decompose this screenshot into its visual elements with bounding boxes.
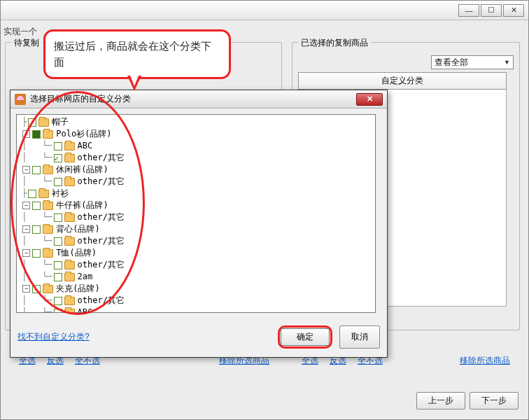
tree-node[interactable]: │ └─2am [17,271,375,283]
help-link[interactable]: 找不到自定义分类? [17,331,90,343]
ok-highlight: 确定 [278,326,332,349]
folder-icon [43,166,53,174]
annotation-callout-tail-inner [130,76,139,86]
right-remove-link[interactable]: 移除所选商品 [460,355,510,367]
checkbox[interactable] [54,261,62,270]
tree-node-label: other/其它 [77,259,125,271]
checkbox[interactable] [28,190,36,198]
tree-node[interactable]: │ └─other/其它 [17,152,375,164]
folder-icon [43,130,53,139]
minimize-button[interactable]: — [458,4,479,17]
tree-node-label: other/其它 [77,235,125,247]
checkbox[interactable] [28,118,36,127]
tree-node[interactable]: −背心(品牌) [17,223,375,235]
modal-title-bar: 选择目标网店的自定义分类 ✕ [10,90,387,108]
tree-node[interactable]: −Polo衫(品牌) [17,128,375,140]
cancel-button[interactable]: 取消 [339,326,380,349]
modal-title-text: 选择目标网店的自定义分类 [30,93,131,105]
tree-node[interactable]: ├帽子 [17,116,375,128]
tree-node-label: 牛仔裤(品牌) [55,200,108,211]
annotation-callout: 搬运过后，商品就会在这个分类下面 [43,29,231,79]
tree-node-label: 休闲裤(品牌) [55,164,108,176]
checkbox[interactable] [54,154,62,162]
checkbox[interactable] [54,237,62,246]
collapse-icon[interactable]: − [22,249,30,257]
collapse-icon[interactable]: − [22,285,30,293]
folder-icon [38,190,49,198]
window-close-button[interactable]: ✕ [503,4,524,17]
view-filter-value: 查看全部 [435,57,468,69]
title-bar: — ☐ ✕ [1,1,528,20]
modal-close-button[interactable]: ✕ [356,93,383,106]
collapse-icon[interactable]: − [22,166,30,174]
prev-button[interactable]: 上一步 [416,392,465,410]
tree-node[interactable]: │ └─other/其它 [17,259,375,271]
tree-node[interactable]: │ └─other/其它 [17,295,375,307]
folder-icon [64,237,75,246]
tree-node-label: 夹克(品牌) [55,283,99,295]
checkbox[interactable] [32,285,41,293]
tree-node-label: 背心(品牌) [55,223,99,235]
folder-icon [43,249,53,258]
folder-icon [64,214,75,222]
tree-node[interactable]: │ └─other/其它 [17,176,375,188]
folder-icon [64,297,75,305]
folder-icon [64,309,75,314]
tree-node-label: other/其它 [77,211,125,223]
tree-node-label: Polo衫(品牌) [55,128,111,140]
tree-node[interactable]: −夹克(品牌) [17,283,375,295]
checkbox[interactable] [54,273,62,281]
folder-icon [43,285,53,293]
tree-node-label: T恤(品牌) [55,247,97,259]
tree-node[interactable]: −T恤(品牌) [17,247,375,259]
column-header-category[interactable]: 自定义分类 [298,72,507,90]
maximize-button[interactable]: ☐ [481,4,502,17]
next-button[interactable]: 下一步 [470,392,519,410]
pending-copy-label: 待复制 [11,37,42,49]
tree-node-label: other/其它 [77,152,125,164]
selected-products-label: 已选择的复制商品 [298,37,371,49]
tree-node[interactable]: −牛仔裤(品牌) [17,200,375,211]
folder-icon [43,202,53,210]
folder-icon [64,142,75,150]
checkbox[interactable] [32,130,41,139]
tree-node-label: other/其它 [77,295,125,307]
folder-icon [64,261,75,270]
tree-node-label: other/其它 [77,176,125,188]
folder-icon [64,178,75,186]
collapse-icon[interactable]: − [22,130,30,138]
tree-node-label: 衬衫 [51,188,69,200]
checkbox[interactable] [54,178,62,186]
tree-node-label: 帽子 [51,116,69,128]
collapse-icon[interactable]: − [22,225,30,233]
chevron-down-icon: ▼ [504,59,510,66]
checkbox[interactable] [32,166,41,174]
tree-node[interactable]: −休闲裤(品牌) [17,164,375,176]
checkbox[interactable] [54,297,62,305]
collapse-icon[interactable]: − [22,202,30,209]
tree-node-label: ABC [77,140,93,152]
checkbox[interactable] [54,214,62,222]
folder-icon [64,154,75,162]
tree-node[interactable]: │ └─ABC [17,307,375,313]
tree-node[interactable]: │ └─other/其它 [17,235,375,247]
folder-icon [43,225,53,234]
tree-node-label: 2am [77,271,93,283]
modal-app-icon [15,94,26,105]
category-modal: 选择目标网店的自定义分类 ✕ ├帽子 −Polo衫(品牌) │ └─ABC │ … [10,90,388,358]
tree-node-label: ABC [77,307,93,313]
checkbox[interactable] [32,225,41,234]
category-tree[interactable]: ├帽子 −Polo衫(品牌) │ └─ABC │ └─other/其它 −休闲裤… [16,114,376,313]
tree-node[interactable]: │ └─other/其它 [17,211,375,223]
view-filter-combo[interactable]: 查看全部 ▼ [431,55,514,69]
checkbox[interactable] [54,142,62,150]
ok-button[interactable]: 确定 [281,328,330,346]
checkbox[interactable] [32,249,41,258]
checkbox[interactable] [32,202,41,210]
checkbox[interactable] [54,309,62,314]
tree-node[interactable]: ├衬衫 [17,188,375,200]
folder-icon [64,273,75,281]
folder-icon [38,118,49,127]
tree-node[interactable]: │ └─ABC [17,140,375,152]
